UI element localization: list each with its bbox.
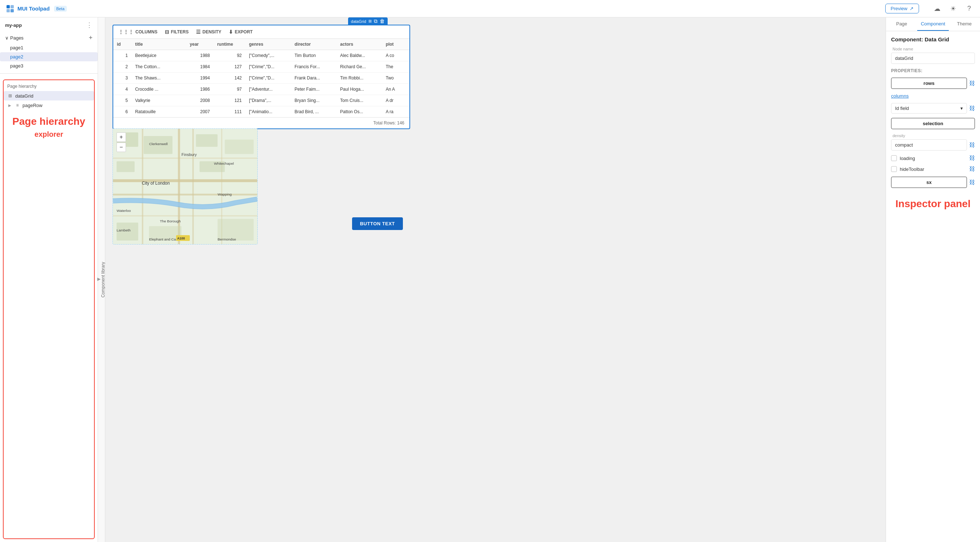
svg-text:Wapping: Wapping bbox=[217, 192, 232, 196]
cell-actors: Paul Hoga... bbox=[336, 84, 382, 95]
cell-actors: Alec Baldw... bbox=[336, 50, 382, 61]
tab-component[interactable]: Component bbox=[917, 17, 948, 31]
inspector-tabs: Page Component Theme bbox=[886, 17, 980, 31]
help-icon[interactable]: ? bbox=[964, 4, 974, 14]
canvas-row2: + − bbox=[113, 129, 410, 245]
delete-icon[interactable]: 🗑 bbox=[380, 18, 385, 24]
id-field-link-icon[interactable]: ⛓ bbox=[969, 105, 975, 112]
copy-icon[interactable]: ⧉ bbox=[374, 18, 377, 24]
cell-genres: ["Crime","D... bbox=[245, 61, 291, 73]
export-button[interactable]: ⬇ EXPORT bbox=[229, 29, 253, 35]
explorer-label: explorer bbox=[4, 130, 94, 141]
cell-plot: A co bbox=[382, 50, 409, 61]
sx-button[interactable]: sx bbox=[891, 177, 967, 188]
sidebar-item-page1[interactable]: page1 bbox=[0, 43, 98, 52]
cell-year: 1988 bbox=[186, 50, 213, 61]
component-library-label[interactable]: Component library bbox=[100, 262, 106, 297]
cell-id: 6 bbox=[113, 106, 131, 118]
density-icon: ☰ bbox=[196, 29, 201, 35]
rows-link-icon[interactable]: ⛓ bbox=[969, 80, 975, 87]
cell-director: Bryan Sing... bbox=[291, 95, 337, 106]
datagrid-badge-actions: ⧉ 🗑 bbox=[374, 18, 385, 24]
hierarchy-item-pagerow[interactable]: ▶ ≡ pageRow bbox=[4, 100, 94, 110]
cloud-icon[interactable]: ☁ bbox=[932, 4, 942, 14]
cell-title: Beetlejuice bbox=[131, 50, 186, 61]
svg-text:The Borough: The Borough bbox=[160, 219, 180, 223]
canvas-button[interactable]: BUTTON TEXT bbox=[352, 217, 403, 230]
table-row: 1 Beetlejuice 1988 92 ["Comedy",... Tim … bbox=[113, 50, 409, 61]
tab-page[interactable]: Page bbox=[886, 17, 917, 31]
selection-button[interactable]: selection bbox=[891, 118, 975, 129]
node-name-input[interactable] bbox=[891, 52, 975, 64]
pages-header: ∨ Pages + bbox=[0, 33, 98, 43]
filters-button[interactable]: ⊟ FILTERS bbox=[165, 29, 189, 35]
cell-title: Ratatouille bbox=[131, 106, 186, 118]
id-field-select[interactable]: Id field ▾ bbox=[891, 103, 967, 114]
pages-toggle[interactable]: ∨ Pages bbox=[5, 35, 24, 41]
id-field-prop-row: Id field ▾ ⛓ bbox=[891, 103, 975, 114]
cell-year: 1984 bbox=[186, 61, 213, 73]
col-header-year: year bbox=[186, 39, 213, 50]
hierarchy-title: Page hierarchy bbox=[4, 83, 94, 91]
sidebar-menu-icon[interactable]: ⋮ bbox=[86, 21, 92, 29]
cell-runtime: 127 bbox=[213, 61, 245, 73]
sx-link-icon[interactable]: ⛓ bbox=[969, 179, 975, 186]
datagrid-component[interactable]: dataGrid ⊞ ⧉ 🗑 ⋮⋮⋮ COLUMNS ⊟ FILTERS bbox=[113, 25, 410, 129]
datagrid-table: id title year runtime genres director ac… bbox=[113, 39, 409, 117]
sidebar-item-page2[interactable]: page2 bbox=[0, 52, 98, 61]
sun-icon[interactable]: ☀ bbox=[948, 4, 958, 14]
density-link-icon[interactable]: ⛓ bbox=[969, 142, 975, 148]
svg-rect-15 bbox=[196, 134, 218, 147]
rows-prop-row: rows ⛓ bbox=[891, 78, 975, 89]
density-button[interactable]: ☰ DENSITY bbox=[196, 29, 221, 35]
map-zoom-out-button[interactable]: − bbox=[116, 143, 126, 152]
inspector-panel-label: Inspector panel bbox=[891, 192, 975, 213]
sidebar-item-page3[interactable]: page3 bbox=[0, 61, 98, 70]
svg-text:Lambeth: Lambeth bbox=[116, 228, 130, 232]
canvas: dataGrid ⊞ ⧉ 🗑 ⋮⋮⋮ COLUMNS ⊟ FILTERS bbox=[105, 17, 886, 542]
app-logo: MUI Toolpad bbox=[6, 4, 50, 13]
svg-text:City of London: City of London bbox=[142, 181, 170, 186]
grid-icon: ⊞ bbox=[7, 93, 13, 99]
cell-title: Crocodile ... bbox=[131, 84, 186, 95]
datagrid-toolbar: ⋮⋮⋮ COLUMNS ⊟ FILTERS ☰ DENSITY ⬇ EXPORT bbox=[113, 25, 409, 39]
preview-button[interactable]: Preview ↗ bbox=[885, 4, 919, 13]
cell-runtime: 142 bbox=[213, 73, 245, 84]
cell-year: 2008 bbox=[186, 95, 213, 106]
col-header-genres: genres bbox=[245, 39, 291, 50]
loading-checkbox[interactable] bbox=[891, 155, 897, 161]
loading-label: loading bbox=[900, 156, 915, 161]
columns-icon: ⋮⋮⋮ bbox=[118, 29, 134, 35]
cell-genres: ["Comedy",... bbox=[245, 50, 291, 61]
map-component[interactable]: + − bbox=[113, 129, 258, 245]
columns-link[interactable]: columns bbox=[891, 93, 908, 99]
density-select[interactable]: compact standard comfortable bbox=[891, 139, 967, 151]
add-page-icon[interactable]: + bbox=[89, 34, 92, 42]
col-header-runtime: runtime bbox=[213, 39, 245, 50]
svg-rect-11 bbox=[113, 158, 257, 159]
svg-rect-9 bbox=[142, 129, 143, 244]
svg-rect-3 bbox=[11, 9, 14, 12]
map-zoom-in-button[interactable]: + bbox=[116, 132, 126, 142]
cell-title: The Cotton... bbox=[131, 61, 186, 73]
rows-button[interactable]: rows bbox=[891, 78, 967, 89]
tab-theme[interactable]: Theme bbox=[949, 17, 980, 31]
component-library-strip: ▶ Component library bbox=[98, 17, 105, 542]
inspector-body: Component: Data Grid Node name PROPERTIE… bbox=[886, 31, 980, 218]
hide-toolbar-link-icon[interactable]: ⛓ bbox=[969, 166, 975, 172]
export-icon: ⬇ bbox=[229, 29, 233, 35]
hierarchy-item-datagrid[interactable]: ⊞ dataGrid bbox=[4, 91, 94, 100]
svg-text:Whitechapel: Whitechapel bbox=[214, 161, 234, 165]
filters-icon: ⊟ bbox=[165, 29, 169, 35]
svg-rect-5 bbox=[113, 179, 257, 182]
loading-row: loading ⛓ bbox=[891, 155, 975, 161]
columns-button[interactable]: ⋮⋮⋮ COLUMNS bbox=[118, 29, 158, 35]
sidebar-header: my-app ⋮ bbox=[0, 17, 98, 33]
strip-arrow-icon[interactable]: ▶ bbox=[97, 277, 100, 281]
inspector-panel: Page Component Theme Component: Data Gri… bbox=[886, 17, 980, 542]
loading-link-icon[interactable]: ⛓ bbox=[969, 155, 975, 161]
datagrid-badge: dataGrid ⊞ ⧉ 🗑 bbox=[348, 17, 388, 25]
hide-toolbar-checkbox[interactable] bbox=[891, 166, 897, 172]
sx-prop-row: sx ⛓ bbox=[891, 177, 975, 188]
cell-director: Frank Dara... bbox=[291, 73, 337, 84]
